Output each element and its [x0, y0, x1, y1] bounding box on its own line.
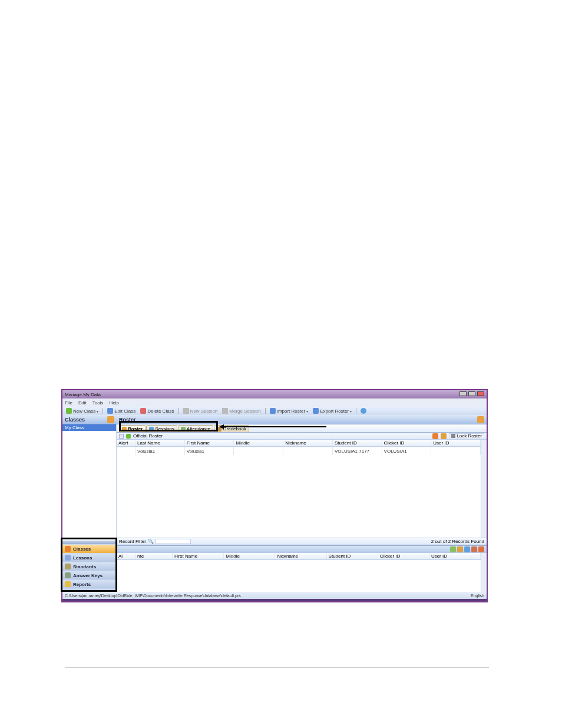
record-count-status: 2 out of 2 Records Found [431, 539, 484, 544]
tab-attendance[interactable]: Attendance [178, 425, 213, 432]
new-class-button[interactable]: New Class▾ [64, 408, 100, 414]
menu-file[interactable]: File [65, 400, 72, 406]
nav-reports[interactable]: Reports [62, 579, 117, 588]
minimize-button[interactable] [459, 391, 467, 396]
maximize-button[interactable] [468, 391, 475, 396]
tab-label: Sessions [155, 426, 174, 431]
import-roster-button[interactable]: Import Roster▾ [268, 408, 310, 414]
vertical-scrollbar[interactable] [481, 440, 487, 538]
sessions-icon [149, 427, 154, 431]
export-roster-icon [313, 408, 319, 414]
roster-panel-icon[interactable] [477, 416, 484, 423]
nav-label: Answer Keys [73, 573, 103, 578]
nav-classes[interactable]: Classes [62, 544, 117, 553]
col-student-id[interactable]: Student ID [333, 440, 382, 446]
export-roster-button[interactable]: Export Roster▾ [311, 408, 353, 414]
chevron-down-icon[interactable]: ▾ [350, 409, 352, 413]
cell-nickname [283, 447, 333, 455]
cell-student-id: VOLUSIA1 7177 [333, 447, 382, 455]
chevron-down-icon[interactable]: ▾ [97, 409, 98, 413]
col-clicker-id[interactable]: Clicker ID [378, 553, 429, 559]
new-session-icon [183, 408, 189, 414]
close-button[interactable] [477, 391, 484, 396]
nav-label: Classes [73, 546, 91, 552]
official-roster-label: Official Roster [133, 433, 163, 439]
grid-header: Alert Last Name First Name Middle Nickna… [117, 440, 481, 447]
action-icon[interactable] [457, 546, 463, 552]
action-icon[interactable] [432, 433, 438, 439]
new-session-button[interactable]: New Session [181, 408, 220, 414]
page-divider [65, 667, 489, 668]
nav-standards[interactable]: Standards [62, 562, 117, 571]
tab-roster[interactable]: Roster [119, 425, 146, 432]
record-filter-bar: Record Filter 🔍 2 out of 2 Records Found [117, 538, 487, 545]
action-icon[interactable] [464, 546, 470, 552]
action-icon[interactable] [471, 546, 477, 552]
col-last-name[interactable]: Last Name [135, 440, 185, 446]
cell-user-id [431, 447, 481, 455]
menu-edit[interactable]: Edit [78, 400, 87, 406]
classes-panel-title: Classes [65, 417, 85, 423]
col-student-id[interactable]: Student ID [327, 553, 378, 559]
menu-help[interactable]: Help [109, 400, 118, 406]
window-title: Manage My Data [65, 392, 101, 397]
tab-label: Roster [128, 426, 143, 431]
navigation-stack: Classes Lessons Standards Answer Keys [62, 541, 117, 592]
col-nickname[interactable]: Nickname [283, 440, 333, 446]
status-language: English [471, 594, 484, 598]
nav-label: Lessons [73, 555, 92, 561]
help-icon [361, 408, 366, 414]
col-alert[interactable]: Alert [117, 440, 135, 446]
menu-tools[interactable]: Tools [92, 400, 104, 406]
merge-session-button[interactable]: Merge Session [220, 408, 262, 414]
col-user-id[interactable]: User ID [431, 440, 481, 446]
lock-roster-button[interactable]: Lock Roster [449, 433, 484, 439]
edit-class-icon [107, 408, 113, 414]
cell-last-name: Volusia1 [135, 447, 185, 455]
lower-panel-header [117, 546, 487, 553]
nav-lessons[interactable]: Lessons [62, 553, 117, 562]
separator [356, 408, 356, 414]
menu-bar: File Edit Tools Help [62, 398, 487, 407]
record-filter-input[interactable] [156, 539, 191, 544]
delete-class-button[interactable]: Delete Class [138, 408, 176, 414]
col-middle[interactable]: Middle [224, 553, 275, 559]
roster-panel-title: Roster [119, 417, 136, 423]
edit-class-button[interactable]: Edit Class [105, 408, 137, 414]
lock-roster-label: Lock Roster [457, 433, 482, 439]
action-icon[interactable] [478, 546, 484, 552]
roster-icon [122, 427, 127, 431]
nav-answer-keys[interactable]: Answer Keys [62, 571, 117, 579]
answer-keys-icon [65, 572, 71, 578]
lower-grid[interactable]: Al me First Name Middle Nickname Student… [117, 553, 481, 592]
annotation-arrow-head [219, 424, 224, 429]
col-first-name[interactable]: First Name [185, 440, 234, 446]
tab-sessions[interactable]: Sessions [146, 425, 177, 432]
cell-first-name: Volusia1 [185, 447, 234, 455]
grid-header: Al me First Name Middle Nickname Student… [117, 553, 481, 560]
table-row[interactable]: Volusia1 Volusia1 VOLUSIA1 7177 VOLUSIA1 [117, 447, 481, 455]
action-icon[interactable] [450, 546, 456, 552]
roster-grid[interactable]: Alert Last Name First Name Middle Nickna… [117, 440, 481, 538]
col-clicker-id[interactable]: Clicker ID [382, 440, 432, 446]
merge-session-icon [222, 408, 228, 414]
nav-label: Reports [73, 582, 91, 587]
separator [265, 408, 266, 414]
collapse-icon[interactable] [119, 434, 124, 439]
col-suffix[interactable]: me [135, 553, 173, 559]
col-user-id[interactable]: User ID [429, 553, 481, 559]
vertical-scrollbar[interactable] [481, 553, 487, 592]
classes-panel-icon[interactable] [107, 416, 114, 423]
col-alert[interactable]: Al [117, 553, 135, 559]
import-roster-icon [270, 408, 276, 414]
lock-icon [451, 434, 455, 438]
class-item[interactable]: My Class [62, 424, 116, 431]
chevron-down-icon[interactable]: ▾ [306, 409, 308, 413]
col-nickname[interactable]: Nickname [275, 553, 326, 559]
col-first-name[interactable]: First Name [173, 553, 224, 559]
separator [178, 408, 179, 414]
action-icon[interactable] [441, 433, 447, 439]
roster-status-icon [126, 434, 131, 439]
help-button[interactable] [359, 408, 368, 414]
col-middle[interactable]: Middle [234, 440, 283, 446]
